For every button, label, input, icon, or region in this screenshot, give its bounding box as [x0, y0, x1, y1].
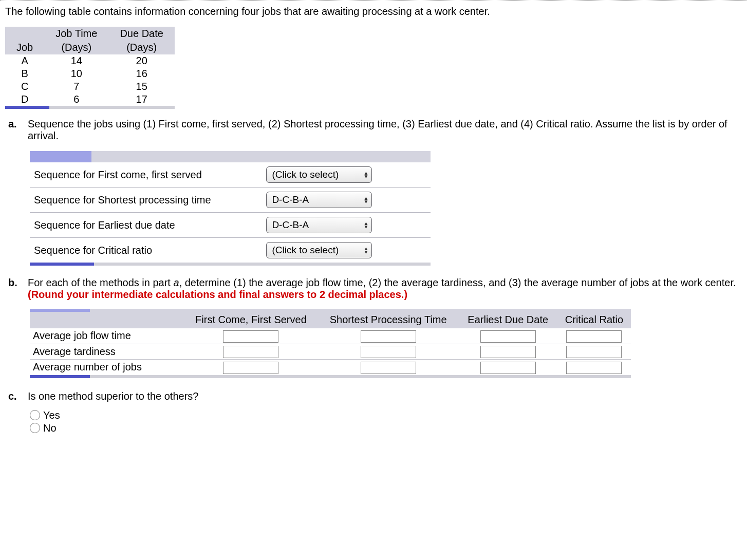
col-header-job: Job — [5, 41, 44, 54]
seq-select-value: D-C-B-A — [272, 219, 309, 231]
part-b-text: For each of the methods in part a, deter… — [28, 277, 742, 301]
input-tardiness-cr[interactable] — [566, 346, 622, 358]
part-b-marker: b. — [8, 277, 20, 301]
seq-header-accent — [30, 151, 431, 162]
col-header-fcfs: First Come, First Served — [184, 312, 318, 328]
seq-select-cr[interactable]: (Click to select) ▲▼ — [266, 242, 372, 258]
cell-time: 14 — [44, 54, 108, 67]
part-c-radio-group: Yes No — [30, 409, 742, 434]
job-data-table: Job Time Due Date Job (Days) (Days) A 14… — [5, 27, 175, 109]
seq-footer-accent — [30, 263, 431, 266]
input-numjobs-spt[interactable] — [361, 362, 416, 374]
seq-label-spt: Sequence for Shortest processing time — [30, 188, 262, 213]
seq-label-edd: Sequence for Earliest due date — [30, 213, 262, 238]
part-a-text: Sequence the jobs using (1) First come, … — [28, 118, 742, 142]
col-blank — [5, 27, 44, 41]
cell-time: 7 — [44, 80, 108, 93]
col-header-cr: Critical Ratio — [557, 312, 631, 328]
input-flowtime-fcfs[interactable] — [223, 330, 278, 343]
input-tardiness-spt[interactable] — [361, 346, 416, 358]
cell-time: 6 — [44, 93, 108, 106]
cell-due: 17 — [108, 93, 175, 106]
part-c-marker: c. — [8, 390, 20, 402]
part-b-ital: a — [174, 277, 179, 288]
seq-select-spt[interactable]: D-C-B-A ▲▼ — [266, 192, 372, 208]
seq-select-value: (Click to select) — [272, 245, 339, 256]
table-row: C 7 15 — [5, 80, 175, 93]
seq-select-value: D-C-B-A — [272, 194, 309, 206]
sequence-answer-block: Sequence for First come, first served (C… — [30, 151, 431, 266]
cell-due: 15 — [108, 80, 175, 93]
cell-due: 20 — [108, 54, 175, 67]
cell-job: C — [5, 80, 44, 93]
radio-no-label: No — [43, 422, 57, 434]
col-header-jobtime-top: Job Time — [44, 27, 108, 41]
part-c-text: Is one method superior to the others? — [28, 390, 742, 402]
radio-yes-label: Yes — [43, 409, 60, 421]
table-row: Average tardiness — [30, 344, 631, 360]
input-numjobs-fcfs[interactable] — [223, 362, 278, 374]
seq-label-fcfs: Sequence for First come, first served — [30, 162, 262, 188]
cell-job: A — [5, 54, 44, 67]
row-label-tardiness: Average tardiness — [30, 344, 184, 360]
input-flowtime-cr[interactable] — [566, 330, 622, 343]
stepper-icon: ▲▼ — [363, 221, 368, 229]
metrics-footer-accent — [30, 375, 631, 378]
col-header-jobtime-bot: (Days) — [44, 41, 108, 54]
col-header-duedate-bot: (Days) — [108, 41, 175, 54]
part-b-lead: For each of the methods in part — [28, 277, 174, 288]
row-label-numjobs: Average number of jobs — [30, 360, 184, 375]
seq-select-value: (Click to select) — [272, 169, 339, 180]
col-header-duedate-top: Due Date — [108, 27, 175, 41]
input-tardiness-edd[interactable] — [480, 346, 536, 358]
table-row: D 6 17 — [5, 93, 175, 106]
cell-due: 16 — [108, 67, 175, 80]
input-numjobs-cr[interactable] — [566, 362, 622, 374]
seq-select-edd[interactable]: D-C-B-A ▲▼ — [266, 217, 372, 233]
table-row: B 10 16 — [5, 67, 175, 80]
stepper-icon: ▲▼ — [363, 171, 368, 178]
input-flowtime-spt[interactable] — [361, 330, 416, 343]
radio-no[interactable] — [30, 423, 40, 433]
radio-yes[interactable] — [30, 410, 40, 420]
input-flowtime-edd[interactable] — [480, 330, 536, 343]
metrics-table-block: First Come, First Served Shortest Proces… — [30, 309, 631, 378]
col-header-spt: Shortest Processing Time — [318, 312, 459, 328]
table-bottom-accent — [5, 106, 175, 109]
stepper-icon: ▲▼ — [363, 196, 368, 203]
table-row: Average job flow time — [30, 328, 631, 344]
part-b-mid: , determine (1) the average job flow tim… — [179, 277, 736, 288]
part-a-marker: a. — [8, 118, 20, 142]
table-row: Average number of jobs — [30, 360, 631, 375]
cell-job: B — [5, 67, 44, 80]
seq-label-cr: Sequence for Critical ratio — [30, 238, 262, 263]
cell-time: 10 — [44, 67, 108, 80]
input-numjobs-edd[interactable] — [480, 362, 536, 374]
col-header-edd: Earliest Due Date — [459, 312, 557, 328]
row-label-flowtime: Average job flow time — [30, 328, 184, 344]
input-tardiness-fcfs[interactable] — [223, 346, 278, 358]
col-blank — [30, 312, 184, 328]
stepper-icon: ▲▼ — [363, 247, 368, 254]
seq-select-fcfs[interactable]: (Click to select) ▲▼ — [266, 166, 372, 183]
intro-text: The following table contains information… — [5, 6, 742, 17]
table-row: A 14 20 — [5, 54, 175, 67]
cell-job: D — [5, 93, 44, 106]
part-b-red-note: (Round your intermediate calculations an… — [28, 289, 407, 300]
